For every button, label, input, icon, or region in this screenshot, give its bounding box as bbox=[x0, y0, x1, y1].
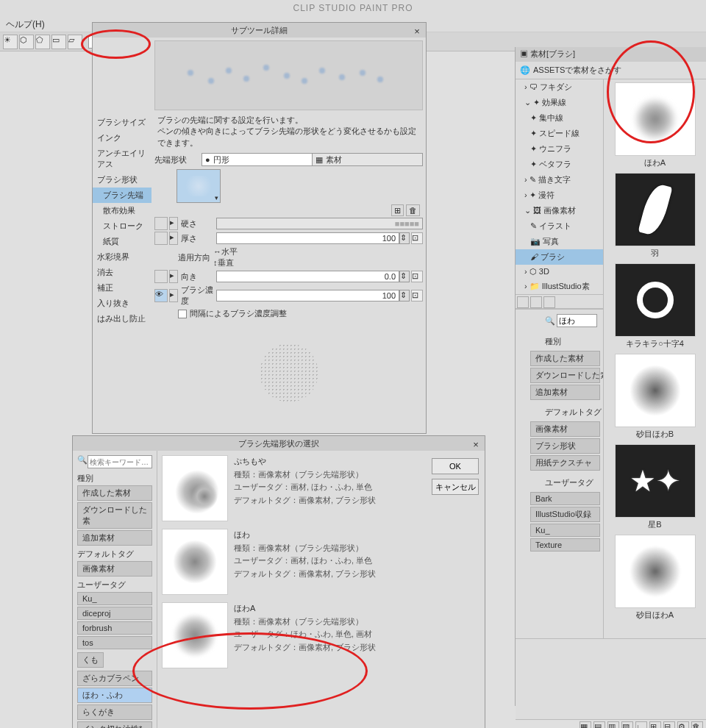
close-icon[interactable]: × bbox=[470, 438, 482, 449]
cancel-button[interactable]: キャンセル bbox=[432, 479, 479, 495]
filter-tag[interactable]: らくがき bbox=[77, 704, 152, 720]
cat-item[interactable]: インク bbox=[93, 130, 151, 146]
search-input[interactable] bbox=[88, 455, 152, 468]
cat-item[interactable]: ブラシ先端 bbox=[93, 188, 151, 203]
expand-icon[interactable]: ▸ bbox=[169, 217, 178, 230]
stepper-icon[interactable]: ⇕ bbox=[399, 290, 410, 301]
filter-tag[interactable]: 作成した素材 bbox=[77, 485, 152, 501]
material-item[interactable]: ほわ 種類：画像素材（ブラシ先端形状） ユーザータグ：画材, ほわ・ふわ, 単色… bbox=[162, 529, 421, 595]
filter-tag[interactable]: ダウンロードした素材 bbox=[530, 368, 600, 383]
cat-item[interactable]: ブラシ形状 bbox=[93, 172, 151, 188]
direction-slider[interactable]: 0.0 bbox=[216, 271, 399, 282]
expand-icon[interactable]: ▸ bbox=[169, 232, 178, 245]
tool-icon[interactable]: ▱ bbox=[68, 35, 82, 49]
thickness-slider[interactable]: 100 bbox=[216, 232, 399, 244]
tip-circle-option[interactable]: ●円形 bbox=[202, 154, 313, 165]
material-search-input[interactable] bbox=[557, 314, 597, 327]
filter-tag[interactable]: ダウンロードした素 bbox=[77, 502, 152, 529]
tree-item[interactable]: ⌄ 🖼 画像素材 bbox=[516, 203, 603, 218]
link-icon[interactable]: ⊡ bbox=[411, 271, 423, 282]
filter-tag[interactable]: Texture bbox=[530, 538, 600, 552]
filter-tag[interactable]: diceproj bbox=[77, 607, 152, 620]
filter-tag[interactable]: tos bbox=[77, 636, 152, 649]
material-grid-item[interactable]: 砂目ほわA bbox=[607, 535, 703, 621]
tree-item[interactable]: 🖌 ブラシ bbox=[516, 249, 603, 265]
link-icon[interactable]: ⊡ bbox=[411, 232, 423, 244]
cat-item[interactable]: アンチエイリアス bbox=[93, 146, 151, 172]
cat-item[interactable]: 補正 bbox=[93, 280, 151, 296]
cat-item[interactable]: 水彩境界 bbox=[93, 249, 151, 265]
cat-item[interactable]: 消去 bbox=[93, 265, 151, 280]
horizontal-option[interactable]: ↔水平 bbox=[213, 246, 423, 257]
filter-tag[interactable]: Bark bbox=[530, 492, 600, 505]
cat-item[interactable]: ストローク bbox=[93, 218, 151, 234]
filter-tag[interactable]: IllustStudio収録 bbox=[530, 507, 600, 522]
filter-tag[interactable]: ほわ・ふわ bbox=[77, 688, 152, 703]
material-grid-item[interactable]: 羽 bbox=[607, 173, 703, 259]
filter-tag[interactable]: ブラシ形状 bbox=[530, 438, 600, 454]
tree-item[interactable]: › 📁 IllustStudio素 bbox=[516, 279, 603, 294]
tool-icon[interactable]: ⊟ bbox=[663, 721, 675, 728]
view-icon[interactable]: ▧ bbox=[621, 721, 633, 728]
filter-tag[interactable]: Ku_ bbox=[77, 592, 152, 605]
close-icon[interactable]: × bbox=[411, 24, 423, 36]
filter-tag[interactable]: 画像素材 bbox=[77, 561, 152, 577]
apply-icon[interactable]: ↓ bbox=[635, 721, 647, 728]
menu-help[interactable]: ヘルプ(H) bbox=[6, 19, 45, 29]
view-icon[interactable]: ▤ bbox=[593, 721, 605, 728]
filter-tag[interactable]: 画像素材 bbox=[530, 421, 600, 437]
ok-button[interactable]: OK bbox=[432, 458, 479, 474]
filter-tag[interactable]: forbrush bbox=[77, 621, 152, 635]
filter-tag[interactable]: Ku_ bbox=[530, 524, 600, 537]
hardness-slider[interactable]: ■■■■■ bbox=[216, 218, 423, 229]
filter-tag[interactable]: 用紙テクスチャ bbox=[530, 455, 600, 471]
cat-item[interactable]: 紙質 bbox=[93, 234, 151, 249]
cat-item[interactable]: ブラシサイズ bbox=[93, 115, 151, 130]
cat-item[interactable]: 散布効果 bbox=[93, 203, 151, 218]
vertical-option[interactable]: ↕垂直 bbox=[213, 257, 423, 268]
stepper-icon[interactable]: ⇕ bbox=[399, 232, 410, 244]
apply-dir-segmented[interactable]: ↔水平 ↕垂直 bbox=[213, 246, 423, 268]
tree-item[interactable]: ✦ ベタフラ bbox=[516, 157, 603, 172]
filter-tag[interactable]: 追加素材 bbox=[530, 385, 600, 400]
tree-item[interactable]: ✦ ウニフラ bbox=[516, 141, 603, 157]
assets-search-bar[interactable]: 🌐 ASSETSで素材をさがす bbox=[516, 62, 706, 79]
tip-shape-segmented[interactable]: ●円形 ▦素材 bbox=[202, 153, 423, 166]
tree-item[interactable]: 📷 写真 bbox=[516, 234, 603, 249]
tool-icon[interactable] bbox=[530, 296, 542, 308]
filter-tag[interactable]: ざらカブラペン bbox=[77, 671, 152, 686]
filter-tag[interactable]: 追加素材 bbox=[77, 530, 152, 546]
tip-material-option[interactable]: ▦素材 bbox=[313, 154, 422, 165]
tree-item[interactable]: › ✦ 漫符 bbox=[516, 188, 603, 203]
stepper-icon[interactable]: ⇕ bbox=[399, 271, 410, 282]
tool-icon[interactable] bbox=[543, 296, 555, 308]
visibility-toggle[interactable] bbox=[154, 217, 168, 230]
trash-icon[interactable]: 🗑 bbox=[691, 721, 703, 728]
material-grid-item[interactable]: 砂目ほわB bbox=[607, 354, 703, 440]
tool-icon[interactable] bbox=[517, 296, 529, 308]
tree-item[interactable]: ✦ スピード線 bbox=[516, 126, 603, 141]
tool-icon[interactable]: ☀ bbox=[3, 35, 18, 49]
tree-item[interactable]: › ✎ 描き文字 bbox=[516, 172, 603, 188]
tip-thumbnail[interactable]: ▾ bbox=[176, 169, 221, 203]
tool-icon[interactable]: ⊞ bbox=[649, 721, 661, 728]
tree-item[interactable]: ⌄ ✦ 効果線 bbox=[516, 95, 603, 110]
tree-item[interactable]: › ⬡ 3D bbox=[516, 265, 603, 279]
remove-tip-icon[interactable]: 🗑 bbox=[406, 204, 420, 216]
visibility-toggle[interactable]: 👁 bbox=[154, 289, 168, 302]
settings-icon[interactable]: ⚙ bbox=[677, 721, 689, 728]
tree-item[interactable]: ✦ 集中線 bbox=[516, 110, 603, 126]
filter-tag[interactable]: くも bbox=[77, 652, 104, 668]
material-item[interactable]: ぷちもや 種類：画像素材（ブラシ先端形状） ユーザータグ：画材, ほわ・ふわ, … bbox=[162, 455, 421, 521]
cat-item[interactable]: はみ出し防止 bbox=[93, 311, 151, 326]
filter-tag[interactable]: インク切れ油性* bbox=[77, 721, 152, 728]
tool-icon[interactable]: ⬡ bbox=[19, 35, 34, 49]
add-tip-icon[interactable]: ⊞ bbox=[391, 204, 404, 216]
expand-icon[interactable]: ▸ bbox=[169, 270, 178, 283]
filter-tag[interactable]: 作成した素材 bbox=[530, 351, 600, 366]
density-interval-checkbox[interactable] bbox=[178, 310, 187, 318]
material-grid-item[interactable]: ほわA bbox=[607, 82, 703, 168]
visibility-toggle[interactable] bbox=[154, 232, 168, 245]
tree-item[interactable]: › 🗨 フキダシ bbox=[516, 79, 603, 95]
link-icon[interactable]: ⊡ bbox=[411, 290, 423, 301]
